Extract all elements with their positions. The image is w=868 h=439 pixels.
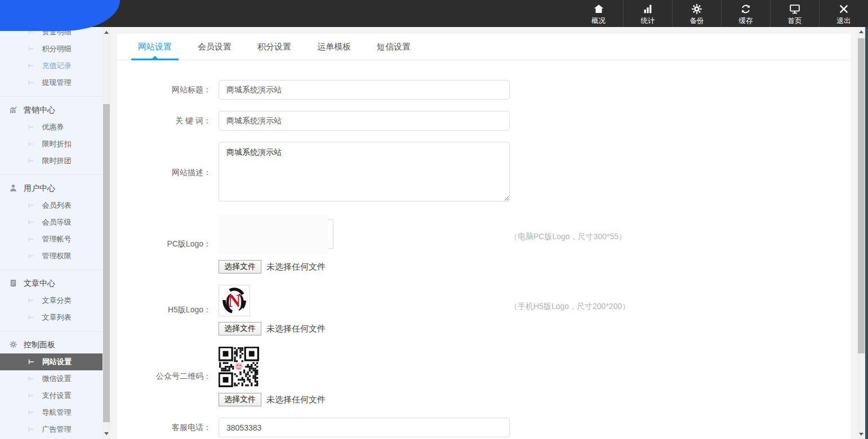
- sidebar-item[interactable]: ⊢导航管理: [0, 404, 103, 421]
- scroll-down-arrow-icon[interactable]: [104, 432, 109, 435]
- sidebar-item-label: 文章列表: [42, 312, 71, 322]
- tab[interactable]: 短信设置: [364, 34, 424, 60]
- service-phone-input[interactable]: [219, 418, 510, 437]
- sidebar-item[interactable]: ⊢限时折扣: [0, 136, 103, 153]
- sidebar-group-article[interactable]: 文章中心: [0, 275, 103, 292]
- sidebar-scrollbar-thumb[interactable]: [103, 104, 110, 422]
- sidebar-item[interactable]: ⊢文章分类: [0, 292, 103, 309]
- sidebar-group-marketing[interactable]: 营销中心: [0, 102, 103, 119]
- choose-file-button[interactable]: 选择文件: [219, 322, 261, 335]
- sidebar-item[interactable]: ⊢限时拼团: [0, 153, 103, 169]
- sidebar-item[interactable]: ⊢支付设置: [0, 387, 103, 404]
- topbar-item-label: 概况: [591, 16, 606, 26]
- chart-icon: [8, 105, 24, 116]
- topbar-item-homepage[interactable]: 首页: [770, 0, 819, 27]
- choose-file-button[interactable]: 选择文件: [219, 393, 261, 406]
- sidebar-group-label: 文章中心: [24, 279, 55, 289]
- sidebar-item-label: 提现管理: [42, 78, 71, 88]
- field-hint: （手机H5版Logo，尺寸200*200）: [510, 302, 630, 312]
- sidebar-group-label: 营销中心: [24, 105, 55, 115]
- sidebar-item-active[interactable]: ⊢网站设置: [0, 353, 103, 370]
- sidebar-item-label: 导航管理: [42, 407, 71, 418]
- tab[interactable]: 会员设置: [185, 34, 244, 60]
- sidebar-group-panel[interactable]: 控制面板: [0, 337, 103, 353]
- settings-form: 网站标题：关 键 词：网站描述：商城系统演示站PC版Logo：选择文件未选择任何…: [117, 60, 851, 439]
- sidebar-scrollbar[interactable]: [103, 27, 110, 439]
- sidebar-item[interactable]: ⊢广告管理: [0, 421, 103, 438]
- tree-tick-icon: ⊢: [28, 252, 34, 260]
- tree-tick-icon: ⊢: [28, 218, 34, 226]
- window-edge: [865, 27, 868, 439]
- page-scrollbar-thumb[interactable]: [858, 38, 865, 353]
- keywords-input[interactable]: [219, 111, 510, 131]
- scroll-up-arrow-icon[interactable]: [859, 30, 863, 33]
- tree-tick-icon: ⊢: [28, 62, 34, 70]
- sidebar-item-label: 管理权限: [42, 251, 71, 261]
- content-panel: 网站设置会员设置积分设置运单模板短信设置 网站标题：关 键 词：网站描述：商城系…: [117, 34, 851, 439]
- choose-file-button[interactable]: 选择文件: [219, 260, 261, 274]
- topbar-item-cache[interactable]: 缓存: [721, 0, 770, 27]
- tree-tick-icon: ⊢: [28, 235, 34, 243]
- sidebar-item-label: 网站设置: [42, 357, 72, 367]
- tree-tick-icon: ⊢: [28, 157, 34, 165]
- stats-icon: [641, 3, 655, 15]
- sidebar-item[interactable]: ⊢优惠券: [0, 119, 103, 136]
- tree-tick-icon: ⊢: [28, 140, 34, 148]
- sidebar-item[interactable]: ⊢充值记录: [0, 57, 103, 74]
- tree-tick-icon: ⊢: [28, 313, 34, 321]
- form-row: 网站标题：: [117, 80, 851, 100]
- qrcode-image: [219, 347, 259, 387]
- site-title-input[interactable]: [219, 80, 510, 100]
- sidebar-item[interactable]: ⊢微信设置: [0, 370, 103, 387]
- tabbar: 网站设置会员设置积分设置运单模板短信设置: [117, 34, 851, 60]
- sidebar-item[interactable]: ⊢管理帐号: [0, 231, 103, 248]
- field-label: H5版Logo：: [117, 305, 211, 315]
- sidebar-item[interactable]: ⊢会员列表: [0, 197, 103, 214]
- sidebar-item-label: 管理帐号: [42, 234, 71, 244]
- sidebar-item[interactable]: ⊢提现管理: [0, 74, 103, 91]
- sidebar-item[interactable]: ⊢积分明细: [0, 41, 103, 57]
- topbar-item-label: 退出: [837, 16, 851, 26]
- sidebar-item-label: 积分明细: [42, 44, 71, 54]
- sidebar-group-user[interactable]: 用户中心: [0, 180, 103, 197]
- refresh-icon: [739, 3, 753, 15]
- sidebar-item-label: 限时折扣: [42, 139, 71, 149]
- svg-text:N: N: [228, 291, 241, 311]
- topbar-item-overview[interactable]: 概况: [574, 0, 623, 27]
- sidebar-item[interactable]: ⊢会员等级: [0, 214, 103, 231]
- tree-tick-icon: ⊢: [28, 425, 34, 433]
- sidebar-group-label: 控制面板: [24, 340, 55, 350]
- sidebar-item[interactable]: ⊢文章列表: [0, 309, 103, 326]
- tree-tick-icon: ⊢: [28, 375, 34, 383]
- topbar-item-backup[interactable]: 备份: [672, 0, 721, 27]
- topbar: 概况统计备份缓存首页退出: [0, 0, 868, 27]
- tree-tick-icon: ⊢: [28, 123, 34, 131]
- field-label: PC版Logo：: [117, 239, 211, 249]
- sidebar-item-label: 限时拼团: [42, 156, 71, 166]
- sidebar-item-label: 文章分类: [42, 295, 71, 306]
- topbar-item-logout[interactable]: 退出: [819, 0, 868, 27]
- scroll-up-arrow-icon[interactable]: [104, 31, 109, 34]
- tab[interactable]: 运单模板: [304, 34, 364, 60]
- close-icon: [837, 3, 851, 15]
- topbar-item-label: 缓存: [739, 16, 753, 26]
- tree-tick-icon: ⊢: [28, 45, 34, 53]
- sidebar-item[interactable]: ⊢管理权限: [0, 248, 103, 265]
- field-label: 关 键 词：: [117, 116, 211, 126]
- tree-tick-icon: ⊢: [28, 409, 34, 416]
- tree-tick-icon: ⊢: [28, 297, 34, 304]
- tab[interactable]: 积分设置: [244, 34, 304, 60]
- page-scrollbar[interactable]: [857, 27, 865, 439]
- field-label: 公众号二维码：: [117, 371, 211, 382]
- user-icon: [8, 183, 24, 194]
- sidebar-group-label: 用户中心: [24, 183, 55, 194]
- form-row: 网站描述：商城系统演示站: [117, 142, 851, 204]
- topbar-item-label: 备份: [690, 16, 704, 26]
- topbar-item-statistics[interactable]: 统计: [623, 0, 672, 27]
- scroll-down-arrow-icon[interactable]: [859, 433, 863, 436]
- field-label: 网站标题：: [117, 85, 211, 95]
- site-desc-textarea[interactable]: 商城系统演示站: [219, 142, 510, 201]
- topbar-item-label: 统计: [641, 16, 655, 26]
- tab-active[interactable]: 网站设置: [125, 34, 185, 60]
- tree-tick-icon: ⊢: [28, 201, 34, 209]
